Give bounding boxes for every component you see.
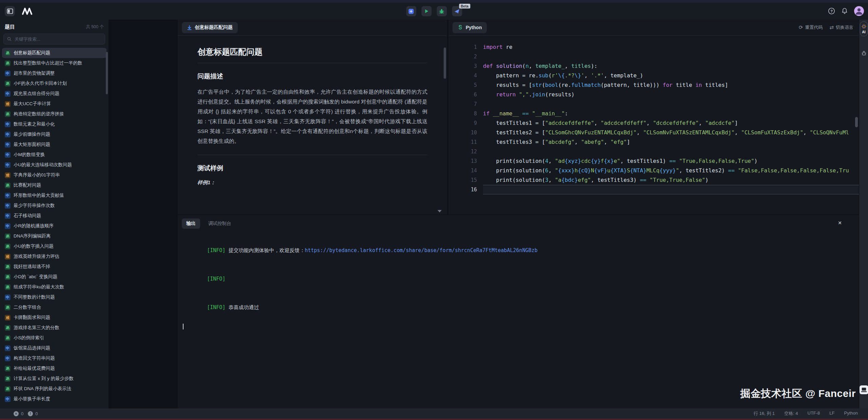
problem-list-item[interactable]: 中 超市里的货物架调整 (2, 68, 107, 78)
problem-list-item[interactable]: 难 最大UCC子串计算 (2, 99, 107, 109)
problem-list-item[interactable]: 中 数组元素之和最小化 (2, 119, 107, 129)
bottom-strip (0, 419, 868, 420)
warnings-icon[interactable]: ! (28, 411, 33, 416)
code-text: pattern = re.sub(r'\{.*?\}', '.*', templ… (483, 71, 859, 80)
problem-list-item[interactable]: 易 小U的数字插入问题 (2, 241, 107, 251)
code-text: return ",".join(results) (483, 90, 859, 99)
tab-debug-console[interactable]: 调试控制台 (208, 221, 231, 227)
problem-list-item[interactable]: 中 小U的最大连续移动次数问题 (2, 160, 107, 170)
difficulty-badge: 易 (5, 50, 11, 56)
problem-list-item[interactable]: 中 饭馆菜品选择问题 (2, 343, 107, 353)
help-icon[interactable]: ? (828, 7, 835, 15)
difficulty-badge: 易 (5, 264, 11, 270)
code-line[interactable]: 11 testTitles3 = ["abcdefg", "abefg", "e… (448, 137, 859, 147)
code-line[interactable]: 10 testTitles2 = ["CLSomGhcQNvFuzENTAMLC… (448, 128, 859, 137)
language-tab[interactable]: Python (452, 22, 487, 33)
code-line[interactable]: 14 print(solution(6, "{xxx}h{cQ}N{vF}u{X… (448, 166, 859, 175)
problem-list-item[interactable]: 易 DNA序列编辑距离 (2, 231, 107, 241)
problem-list-item[interactable]: 中 最大矩形面积问题 (2, 139, 107, 150)
code-line[interactable]: 1 import re (448, 42, 859, 52)
problem-list-item[interactable]: 中 最少字符串操作次数 (2, 201, 107, 211)
problem-list-item[interactable]: 难 卡牌翻面求和问题 (2, 312, 107, 323)
scroll-down-indicator[interactable] (438, 210, 442, 212)
problem-list-item[interactable]: 易 游戏排名第三大的分数 (2, 323, 107, 333)
problem-list-item[interactable]: 难 字典序最小的01字符串 (2, 170, 107, 180)
problem-title: 创意标题匹配问题 (197, 46, 427, 57)
problem-tab[interactable]: 创意标题匹配问题 (182, 22, 238, 33)
submit-button[interactable]: Beta (452, 6, 462, 16)
problem-list-item[interactable]: 中 小M的数组变换 (2, 150, 107, 160)
problem-list-item[interactable]: 易 补给站最优花费问题 (2, 363, 107, 374)
problem-item-title: 组成字符串ku的最大次数 (14, 284, 64, 290)
problem-list-item[interactable]: 易 组成字符串ku的最大次数 (2, 282, 107, 292)
difficulty-badge: 难 (5, 254, 11, 260)
ai-assistant-button[interactable]: AI (860, 21, 868, 36)
editor-scrollbar[interactable] (855, 117, 858, 127)
problem-list-item[interactable]: 易 构造特定数组的逆序拼接 (2, 109, 107, 119)
problem-tabbar: 创意标题匹配问题 (178, 20, 447, 36)
code-line[interactable]: 2 (448, 52, 859, 61)
problem-list-item[interactable]: 中 小R的随机播放顺序 (2, 221, 107, 231)
debug-button[interactable] (437, 6, 447, 16)
code-line[interactable]: 3 def solution(n, template_, titles): (448, 61, 859, 71)
problem-list-item[interactable]: 易 比赛配对问题 (2, 180, 107, 190)
device-preview-button[interactable] (860, 385, 868, 394)
problem-list-item[interactable]: 中 观光景点组合得分问题 (2, 89, 107, 99)
problem-list-item[interactable]: 难 游戏英雄升级潜力评估 (2, 251, 107, 262)
problem-list-item[interactable]: 易 二分数字组合 (2, 302, 107, 312)
problem-list-item[interactable]: 中 构造回文字符串问题 (2, 353, 107, 363)
bell-icon[interactable] (841, 7, 848, 15)
code-line[interactable]: 8 if __name__ == "__main__": (448, 109, 859, 118)
code-line[interactable]: 16 (448, 185, 859, 194)
code-line[interactable]: 12 (448, 147, 859, 156)
problem-list-item[interactable]: 易 环状 DNA 序列的最小表示法 (2, 384, 107, 394)
search-box[interactable] (3, 34, 105, 44)
problem-list-item[interactable]: 易 我好想逃却逃不掉 (2, 262, 107, 272)
reset-code-button[interactable]: ⟳ 重置代码 (799, 24, 823, 31)
language-mode[interactable]: Python (844, 411, 858, 417)
problem-item-title: 小M的数组变换 (14, 152, 45, 158)
problem-list-item[interactable]: 易 小F的永久代币卡回本计划 (2, 78, 107, 89)
problem-list-item[interactable]: 易 创意标题匹配问题 (2, 48, 107, 58)
line-number: 13 (448, 156, 477, 166)
code-line[interactable]: 13 print(solution(4, "ad{xyz}cdc{y}f{x}e… (448, 156, 859, 166)
code-text (483, 185, 859, 194)
search-input[interactable] (14, 36, 101, 42)
code-line[interactable]: 15 print(solution(3, "a{bdc}efg", testTi… (448, 175, 859, 185)
new-session-button[interactable] (406, 6, 416, 16)
cursor-position[interactable]: 行 16, 列 1 (754, 411, 775, 417)
eol-type[interactable]: LF (829, 411, 834, 417)
code-area[interactable]: 1 import re 2 3 def solution(n, template… (448, 36, 859, 194)
difficulty-badge: 易 (5, 376, 11, 382)
code-line[interactable]: 6 return ",".join(results) (448, 90, 859, 99)
debug-rail-button[interactable] (861, 51, 867, 56)
code-line[interactable]: 4 pattern = re.sub(r'\{.*?\}', '.*', tem… (448, 71, 859, 80)
problem-list-item[interactable]: 中 石子移动问题 (2, 211, 107, 221)
code-line[interactable]: 9 testTitles1 = ["adcdcefdfeffe", "adcdc… (448, 118, 859, 128)
code-line[interactable]: 7 (448, 99, 859, 109)
sidebar-scrollbar[interactable] (106, 52, 108, 94)
problem-scrollbar[interactable] (444, 47, 446, 79)
code-line[interactable]: 5 results = [str(bool(re.fullmatch(patte… (448, 80, 859, 90)
problem-list-item[interactable]: 中 最少前缀操作问题 (2, 129, 107, 139)
sidebar-toggle-button[interactable] (5, 6, 15, 16)
difficulty-badge: 难 (5, 101, 11, 107)
user-avatar[interactable] (854, 6, 864, 16)
problem-list-item[interactable]: 中 环形数组中的最大贡献值 (2, 190, 107, 201)
warning-count[interactable]: 0 (35, 411, 38, 416)
console-close-icon[interactable]: ✕ (838, 221, 842, 225)
run-button[interactable] (421, 6, 431, 16)
problem-list-item[interactable]: 易 找出整型数组中占比超过一半的数 (2, 58, 107, 68)
problem-list-item[interactable]: 易 计算从位置 x 到 y 的最少步数 (2, 374, 107, 384)
errors-icon[interactable]: ✕ (14, 411, 19, 416)
tab-output[interactable]: 输出 (182, 218, 200, 229)
problem-list-item[interactable]: 中 最小替换子串长度 (2, 394, 107, 404)
problem-list-item[interactable]: 易 小S的倒排索引 (2, 333, 107, 343)
problem-list-item[interactable]: 易 小D的 `abc` 变换问题 (2, 272, 107, 282)
difficulty-badge: 中 (5, 152, 11, 158)
error-count[interactable]: 0 (21, 411, 23, 416)
problem-list-item[interactable]: 中 不同整数的计数问题 (2, 292, 107, 302)
indentation[interactable]: 空格: 4 (784, 411, 798, 417)
switch-language-button[interactable]: ⇄ 切换语言 (829, 24, 853, 31)
encoding[interactable]: UTF-8 (808, 411, 820, 417)
